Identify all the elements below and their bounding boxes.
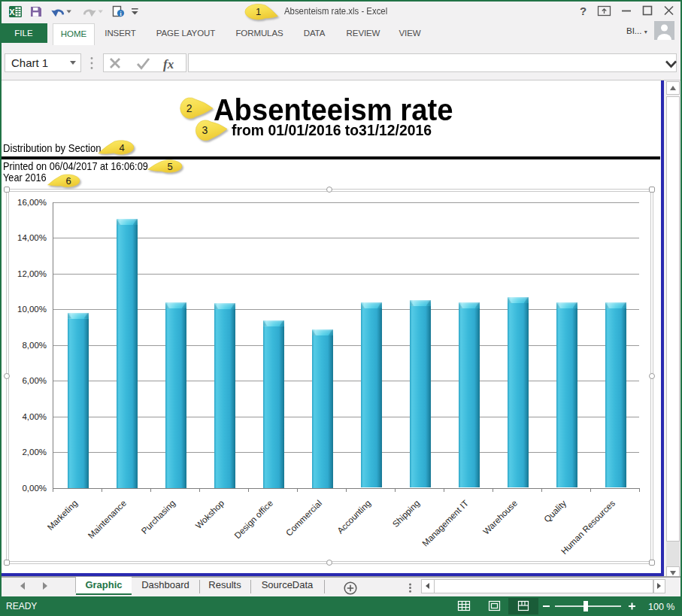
- svg-text:5: 5: [167, 161, 172, 172]
- svg-text:3: 3: [202, 124, 208, 136]
- svg-text:1: 1: [256, 6, 261, 17]
- svg-text:4: 4: [119, 142, 124, 153]
- svg-text:6: 6: [65, 175, 71, 187]
- svg-text:2: 2: [186, 102, 192, 114]
